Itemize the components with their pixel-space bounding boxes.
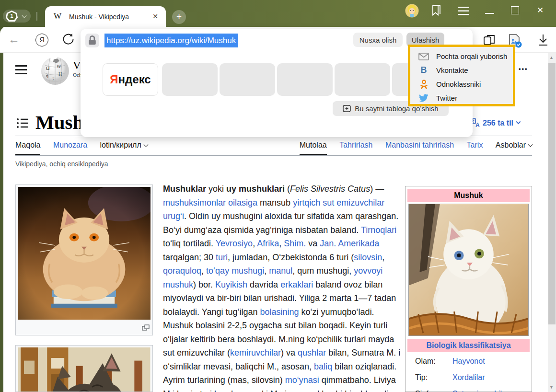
tab-close-icon[interactable]: ✕ xyxy=(152,12,158,20)
article-link[interactable]: baliq xyxy=(314,362,332,371)
article-link[interactable]: silovsin xyxy=(354,253,382,262)
article-image-cat-on-book[interactable] xyxy=(15,184,153,335)
search-engine-tile[interactable] xyxy=(335,63,390,96)
tab-group-control[interactable]: 1 xyxy=(3,10,31,23)
refresh-icon[interactable] xyxy=(62,33,74,46)
article-text: ) bor. xyxy=(193,280,215,289)
infobox-row-value[interactable]: Xordalilar xyxy=(452,373,485,382)
article-link[interactable]: Yevrosiyo xyxy=(216,239,253,248)
article-text: Mushuklar xyxy=(163,184,206,194)
article-text: ) — xyxy=(370,184,384,194)
tab-title: Mushuk - Vikipediya xyxy=(69,13,129,21)
download-icon[interactable] xyxy=(537,34,549,47)
infobox-row-label: Olam: xyxy=(415,357,436,365)
chevron-down-icon xyxy=(528,142,533,147)
scrollbar-thumb[interactable] xyxy=(548,63,556,324)
article-link[interactable]: Shim. xyxy=(284,239,306,248)
article-link[interactable]: toʻqay mushugi xyxy=(206,266,264,276)
tab-munozara[interactable]: Munozara xyxy=(53,141,87,154)
tab-variant-selector[interactable]: lotin/кирилл xyxy=(100,141,148,154)
article-text: yoki xyxy=(206,184,226,194)
copy-url-button[interactable]: Nusxa olish xyxy=(353,33,403,47)
menu-item-twitter[interactable]: Twitter xyxy=(410,91,513,105)
menu-item-vkontakte[interactable]: В Vkontakte xyxy=(410,63,513,77)
menu-hamburger-icon[interactable] xyxy=(457,6,470,16)
wiki-tab-bar: Maqola Munozara lotin/кирилл Mutolaa Tah… xyxy=(15,141,532,156)
enlarge-icon[interactable] xyxy=(142,324,150,333)
profile-avatar[interactable] xyxy=(405,4,419,18)
infobox-row: Tip: Xordalilar xyxy=(415,373,525,382)
tab-group-count: 1 xyxy=(7,12,16,20)
svg-text:A: A xyxy=(475,122,480,127)
email-icon xyxy=(418,52,429,61)
wikipedia-globe-logo[interactable]: Ω W H 7 ή xyxy=(39,56,71,85)
wiki-more-button[interactable]: ••• xyxy=(519,65,528,72)
infobox-section-title: Biologik klassifikatsiya xyxy=(407,339,530,352)
share-menu: Pochta orqali yuborish В Vkontakte Odnok… xyxy=(408,45,515,106)
tab-tahrirlash[interactable]: Tahrirlash xyxy=(339,141,372,154)
infobox-row-value[interactable]: Hayvonot xyxy=(452,357,485,366)
ok-icon xyxy=(418,80,429,89)
tab-tarix[interactable]: Tarix xyxy=(467,141,483,154)
tab-manbasini-tahrirlash[interactable]: Manbasini tahrirlash xyxy=(385,141,454,154)
article-text: , qum mushugi, xyxy=(292,266,354,276)
titlebar: 1 W Mushuk - Vikipediya ✕ + xyxy=(0,0,556,27)
language-count-label: 256 ta til xyxy=(483,119,513,127)
yandex-button[interactable]: R xyxy=(35,34,48,46)
url-input[interactable]: https://uz.wikipedia.org/wiki/Mushuk xyxy=(104,34,238,47)
article-image-tabby-cat[interactable] xyxy=(15,345,153,392)
infobox-row: Sinf: Sut emizuvchilar xyxy=(415,390,525,392)
article-link[interactable]: Tirnoqlari xyxy=(361,225,396,235)
menu-item-email[interactable]: Pochta orqali yuborish xyxy=(410,49,513,63)
vk-icon: В xyxy=(418,66,429,75)
tab-mutolaa[interactable]: Mutolaa xyxy=(300,141,327,155)
search-engine-tile[interactable] xyxy=(220,63,275,96)
tab-asboblar[interactable]: Asboblar xyxy=(496,141,532,154)
article-text: ( xyxy=(285,184,290,194)
article-text: toʻliq tortiladi. xyxy=(163,239,216,248)
tab-maqola[interactable]: Maqola xyxy=(15,141,40,155)
scroll-down-arrow[interactable]: ▼ xyxy=(549,385,554,390)
window-close-button[interactable]: ✕ xyxy=(537,5,544,15)
window-minimize-button[interactable] xyxy=(485,13,494,14)
new-tab-button[interactable]: + xyxy=(172,10,186,24)
scroll-up-arrow[interactable]: ▲ xyxy=(549,55,554,60)
wiki-menu-icon[interactable] xyxy=(15,65,27,77)
search-engine-tile[interactable] xyxy=(277,63,333,96)
site-subtitle: Vikipediya, ochiq ensiklopediya xyxy=(15,160,108,168)
infobox-row: Olam: Hayvonot xyxy=(415,357,525,366)
article-link[interactable]: Kuyikish xyxy=(215,280,247,289)
article-link[interactable]: manul xyxy=(269,266,292,276)
article-link[interactable]: erkaklari xyxy=(280,280,313,289)
infobox-row-value[interactable]: Sut emizuvchilar xyxy=(452,390,509,392)
article-link[interactable]: kemiruvchilar xyxy=(230,348,281,357)
infobox-row-label: Sinf: xyxy=(415,390,430,392)
chevron-down-icon[interactable] xyxy=(22,13,27,18)
window-maximize-button[interactable] xyxy=(511,6,519,14)
article-link[interactable]: Jan. Amerikada xyxy=(320,239,379,248)
article-link[interactable]: Afrika xyxy=(257,239,279,248)
site-security-button[interactable] xyxy=(85,34,99,47)
browser-tab[interactable]: W Mushuk - Vikipediya ✕ xyxy=(45,6,166,27)
search-engine-yandex[interactable]: Яндекс xyxy=(103,63,158,96)
chevron-down-icon xyxy=(143,142,148,147)
contents-list-icon[interactable] xyxy=(16,117,29,129)
bookmarks-flag-icon[interactable] xyxy=(430,4,442,17)
page-scrollbar[interactable]: ▲ ▼ xyxy=(548,53,556,392)
article-link[interactable]: qushlar xyxy=(298,348,326,357)
cat-photo-2 xyxy=(18,347,151,392)
infobox-kitten-photo[interactable] xyxy=(408,204,529,336)
back-button[interactable]: ← xyxy=(8,33,20,46)
article-link[interactable]: qoraquloq xyxy=(163,266,201,276)
article-link[interactable]: moʻynasi xyxy=(285,375,319,385)
yandex-logo-rest: ндекс xyxy=(118,73,151,86)
article-link[interactable]: bolasining xyxy=(260,307,299,317)
article-link[interactable]: mushuksimonlar oilasiga xyxy=(163,198,257,208)
article-text: ) va xyxy=(281,348,298,357)
cat-photo xyxy=(18,187,151,320)
search-engine-tile[interactable] xyxy=(162,63,218,96)
language-selector[interactable]: A 256 ta til xyxy=(470,118,520,127)
menu-item-odnoklassniki[interactable]: Odnoklassniki xyxy=(410,77,513,91)
article-link[interactable]: turi xyxy=(216,253,228,262)
article-text: , xyxy=(382,253,384,262)
